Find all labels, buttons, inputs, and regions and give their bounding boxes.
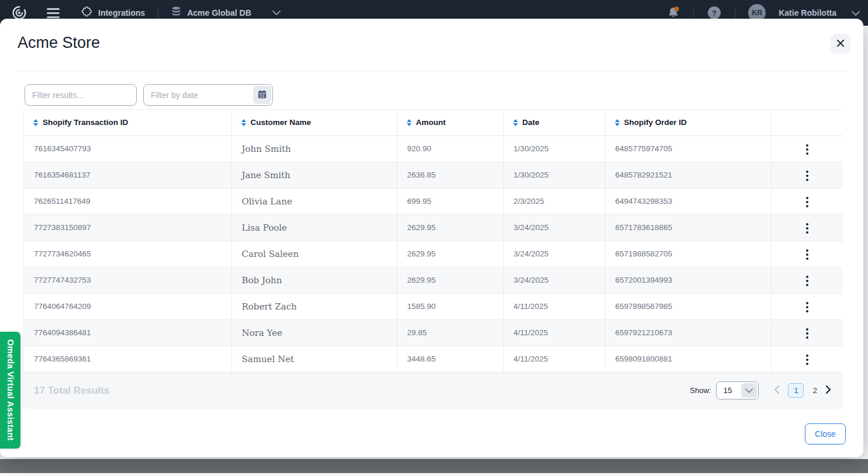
table-row: 7616345407793 John Smith 920.90 1/30/202… — [24, 135, 843, 162]
cell-order-id: 6494743298353 — [605, 188, 771, 214]
cell-date: 4/11/2025 — [503, 293, 605, 319]
screen: Integrations Acme Global DB — [0, 0, 868, 476]
user-name: Katie Robilotta — [779, 8, 836, 18]
cell-date: 3/24/2025 — [503, 214, 605, 241]
close-icon — [836, 39, 845, 50]
column-header-order-id[interactable]: Shopify Order ID — [605, 110, 771, 135]
kebab-menu-icon — [806, 197, 808, 207]
sort-icon — [615, 119, 620, 126]
kebab-menu-icon — [806, 223, 808, 234]
cell-order-id: 6485775974705 — [605, 135, 771, 162]
cell-transaction-id: 7727383150897 — [24, 214, 231, 241]
row-actions-menu-button[interactable] — [800, 167, 814, 185]
page-number-1[interactable]: 1 — [788, 383, 804, 398]
cell-customer-name: Olivia Lane — [231, 188, 397, 214]
filter-results-input[interactable] — [25, 84, 137, 106]
modal-close-button[interactable] — [831, 34, 850, 54]
cell-transaction-id: 7764365869361 — [24, 346, 231, 372]
table-row: 7727734620465 Carol Saleen 2629.95 3/24/… — [24, 241, 843, 267]
cell-customer-name: Jane Smith — [231, 162, 397, 188]
calendar-button[interactable] — [253, 86, 271, 104]
cell-date: 1/30/2025 — [503, 162, 605, 188]
cell-date: 3/24/2025 — [503, 241, 605, 267]
nav-integrations-label: Integrations — [98, 8, 145, 18]
cell-order-id: 6572001394993 — [605, 267, 771, 293]
previous-page-button[interactable] — [774, 385, 779, 395]
column-header-date[interactable]: Date — [503, 110, 605, 135]
notifications-bell-icon[interactable] — [666, 6, 680, 20]
table-row: 7616354681137 Jane Smith 2636.85 1/30/20… — [24, 162, 843, 188]
hamburger-menu-icon[interactable] — [47, 8, 60, 18]
show-label: Show: — [690, 386, 711, 395]
topbar-divider — [693, 6, 694, 19]
calendar-icon — [257, 89, 267, 101]
kebab-menu-icon — [806, 171, 808, 181]
cell-transaction-id: 7727734620465 — [24, 241, 231, 267]
cell-amount: 2629.95 — [397, 214, 503, 241]
database-select[interactable]: Acme Global DB — [171, 6, 281, 19]
topbar-divider — [735, 6, 735, 19]
cell-actions — [771, 135, 843, 162]
transactions-table: Shopify Transaction ID Customer Name — [23, 109, 842, 409]
title-divider — [18, 71, 846, 71]
row-actions-menu-button[interactable] — [800, 246, 814, 263]
cell-date: 4/11/2025 — [503, 319, 605, 346]
cell-actions — [771, 188, 843, 214]
cell-actions — [771, 241, 843, 267]
cell-date: 3/24/2025 — [503, 267, 605, 293]
virtual-assistant-tab[interactable]: Omeda Virtual Assistant — [0, 332, 20, 449]
svg-text:?: ? — [712, 9, 717, 18]
cell-customer-name: Samuel Net — [231, 346, 397, 372]
cell-amount: 2629.95 — [397, 267, 503, 293]
nav-integrations[interactable]: Integrations — [79, 6, 145, 20]
page-title: Acme Store — [18, 34, 100, 52]
cell-amount: 2636.85 — [397, 162, 503, 188]
cell-actions — [771, 162, 843, 188]
cell-customer-name: Lisa Poole — [231, 214, 397, 241]
cell-transaction-id: 7727747432753 — [24, 267, 231, 293]
cell-order-id: 6598091800881 — [605, 346, 771, 372]
cell-amount: 1585.90 — [397, 293, 503, 319]
table-row: 7626511417649 Olivia Lane 699.95 2/3/202… — [24, 188, 843, 214]
cell-order-id: 6571783618865 — [605, 214, 771, 241]
cell-transaction-id: 7764094386481 — [24, 319, 231, 346]
column-header-customer-name[interactable]: Customer Name — [231, 110, 397, 135]
kebab-menu-icon — [806, 276, 808, 286]
acme-store-modal: Acme Store — [0, 19, 863, 457]
row-actions-menu-button[interactable] — [800, 220, 814, 237]
cell-date: 2/3/2025 — [503, 188, 605, 214]
next-page-button[interactable] — [826, 385, 831, 395]
cell-actions — [771, 293, 843, 319]
table-header: Shopify Transaction ID Customer Name — [24, 110, 843, 135]
row-actions-menu-button[interactable] — [800, 351, 814, 369]
table-row: 7764094386481 Nora Yee 29.85 4/11/2025 6… — [24, 319, 843, 346]
row-actions-menu-button[interactable] — [800, 298, 814, 316]
column-header-actions — [771, 110, 843, 135]
column-header-amount[interactable]: Amount — [397, 110, 503, 135]
cell-order-id: 6597921210673 — [605, 319, 771, 346]
cell-order-id: 6485782921521 — [605, 162, 771, 188]
database-icon — [171, 6, 181, 19]
cell-order-id: 6597898567985 — [605, 293, 771, 319]
database-select-value: Acme Global DB — [187, 8, 251, 18]
column-header-transaction-id[interactable]: Shopify Transaction ID — [24, 110, 231, 135]
row-actions-menu-button[interactable] — [800, 193, 814, 211]
cell-transaction-id: 7626511417649 — [24, 188, 231, 214]
page-size-select[interactable]: 15 — [716, 381, 759, 399]
row-actions-menu-button[interactable] — [800, 272, 814, 290]
kebab-menu-icon — [806, 355, 808, 365]
cell-amount: 920.90 — [397, 135, 503, 162]
chevron-down-icon — [741, 383, 757, 398]
cell-customer-name: Carol Saleen — [231, 241, 397, 267]
page-number-2[interactable]: 2 — [812, 386, 817, 395]
row-actions-menu-button[interactable] — [800, 141, 814, 158]
cell-amount: 2629.95 — [397, 241, 503, 267]
cell-amount: 29.85 — [397, 319, 503, 346]
table-row: 7727747432753 Bob John 2629.95 3/24/2025… — [24, 267, 843, 293]
cell-transaction-id: 7616354681137 — [24, 162, 231, 188]
close-button[interactable]: Close — [805, 423, 846, 444]
table-row: 7764064764209 Robert Zach 1585.90 4/11/2… — [24, 293, 843, 319]
filter-date-field — [143, 84, 273, 106]
row-actions-menu-button[interactable] — [800, 325, 814, 342]
cell-amount: 699.95 — [397, 188, 503, 214]
